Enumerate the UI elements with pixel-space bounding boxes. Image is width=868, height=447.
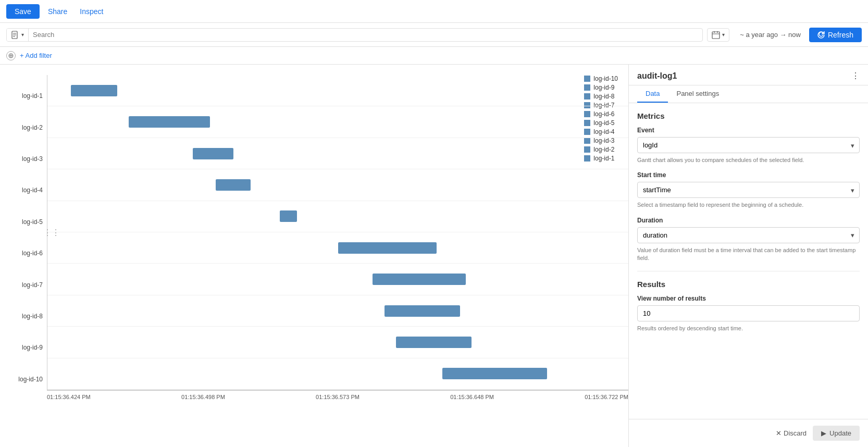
gantt-x-label: 01:15:36.498 PM (181, 394, 225, 400)
duration-select-wrap: duration (637, 227, 860, 243)
view-number-label: View number of results (637, 295, 860, 302)
gantt-row-label: log-id-6 (4, 240, 43, 267)
svg-rect-4 (712, 32, 720, 39)
panel-menu-icon[interactable]: ⋮ (851, 71, 860, 81)
gantt-row (47, 358, 628, 390)
play-icon: ▶ (821, 429, 826, 437)
search-bar: ▾ ▾ ~ a year ago → now Refresh (0, 23, 868, 47)
panel-body: Metrics Event logId Gantt chart allows y… (629, 103, 868, 419)
duration-label: Duration (637, 217, 860, 224)
gantt-x-label: 01:15:36.424 PM (47, 394, 91, 400)
gantt-bar[interactable] (280, 210, 297, 222)
event-hint: Gantt chart allows you to compare schedu… (637, 156, 860, 164)
section-divider (637, 271, 860, 271)
gantt-row (47, 201, 628, 232)
search-main: ▾ (6, 28, 703, 42)
gantt-body: ⋮⋮ (47, 75, 628, 390)
panel-header: audit-log1 ⋮ (629, 65, 868, 85)
gantt-row-label: log-id-5 (4, 208, 43, 235)
time-range-selector[interactable]: ▾ (707, 28, 729, 42)
event-select[interactable]: logId (637, 137, 860, 153)
gantt-row-label: log-id-7 (4, 271, 43, 299)
search-input[interactable] (33, 31, 698, 39)
start-time-hint: Select a timestamp field to represent th… (637, 201, 860, 209)
results-section: Results View number of results Results o… (637, 280, 860, 332)
start-time-label: Start time (637, 171, 860, 179)
gantt-row-label: log-id-4 (4, 177, 43, 204)
gantt-chart: log-id-1log-id-2log-id-3log-id-4log-id-5… (0, 75, 628, 400)
gantt-row-label: log-id-1 (4, 82, 43, 109)
gantt-row (47, 106, 628, 138)
gantt-bar[interactable] (193, 148, 233, 159)
gantt-x-label: 01:15:36.648 PM (450, 394, 494, 400)
gantt-container: log-id-10log-id-9log-id-8log-id-7log-id-… (0, 65, 628, 447)
gantt-bar[interactable] (442, 368, 547, 379)
event-select-wrap: logId (637, 137, 860, 153)
tab-data[interactable]: Data (637, 85, 668, 103)
gantt-bar[interactable] (129, 116, 210, 128)
inspect-button[interactable]: Inspect (76, 5, 107, 18)
gantt-row-label: log-id-9 (4, 334, 43, 361)
event-label: Event (637, 127, 860, 134)
top-toolbar: Save Share Inspect (0, 0, 868, 23)
main-content: log-id-10log-id-9log-id-8log-id-7log-id-… (0, 65, 868, 447)
update-label: Update (829, 429, 851, 437)
right-panel: audit-log1 ⋮ Data Panel settings Metrics… (628, 65, 868, 447)
metrics-title: Metrics (637, 111, 860, 120)
share-button[interactable]: Share (44, 5, 71, 18)
gantt-labels: log-id-1log-id-2log-id-3log-id-4log-id-5… (0, 75, 47, 400)
gantt-row-label: log-id-8 (4, 303, 43, 330)
gantt-row (47, 232, 628, 264)
add-filter-button[interactable]: + Add filter (20, 52, 52, 59)
start-time-select[interactable]: startTime (637, 182, 860, 198)
chevron-down-icon: ▾ (722, 32, 725, 38)
duration-hint: Value of duration field must be a time i… (637, 246, 860, 263)
gantt-row (47, 327, 628, 358)
gantt-bar[interactable] (338, 242, 437, 254)
filter-icon (6, 51, 16, 60)
refresh-label: Refresh (828, 31, 853, 39)
gantt-row (47, 264, 628, 295)
x-icon: ✕ (776, 429, 782, 437)
tab-panel-settings[interactable]: Panel settings (668, 85, 727, 103)
gantt-row (47, 138, 628, 169)
panel-footer: ✕ Discard ▶ Update (629, 419, 868, 447)
gantt-row (47, 75, 628, 106)
discard-button[interactable]: ✕ Discard (776, 429, 807, 437)
refresh-button[interactable]: Refresh (809, 28, 862, 42)
save-button[interactable]: Save (6, 4, 40, 19)
gantt-x-axis: 01:15:36.424 PM01:15:36.498 PM01:15:36.5… (47, 390, 628, 400)
gantt-row (47, 169, 628, 201)
gantt-bar[interactable] (216, 179, 251, 191)
update-button[interactable]: ▶ Update (813, 426, 860, 441)
gantt-row-label: log-id-3 (4, 145, 43, 172)
ordered-hint: Results ordered by descending start time… (637, 325, 860, 332)
duration-select[interactable]: duration (637, 227, 860, 243)
doc-selector[interactable]: ▾ (7, 29, 29, 41)
time-range-text: ~ a year ago → now (740, 31, 801, 39)
gantt-row-label: log-id-10 (4, 366, 43, 393)
chevron-down-icon: ▾ (21, 32, 24, 38)
metrics-section: Metrics Event logId Gantt chart allows y… (637, 111, 860, 263)
time-range-display: ~ a year ago → now (740, 31, 801, 39)
gantt-bar[interactable] (385, 305, 460, 317)
view-number-input[interactable] (637, 305, 860, 321)
gantt-row (47, 295, 628, 327)
refresh-icon (817, 31, 825, 39)
calendar-icon (712, 31, 720, 39)
panel-title: audit-log1 (637, 71, 677, 81)
panel-tabs: Data Panel settings (629, 85, 868, 103)
discard-label: Discard (784, 429, 807, 437)
gantt-x-label: 01:15:36.722 PM (585, 394, 628, 400)
start-time-select-wrap: startTime (637, 182, 860, 198)
results-title: Results (637, 280, 860, 289)
filter-bar: + Add filter (0, 47, 868, 65)
gantt-bar[interactable] (71, 85, 117, 96)
document-icon (11, 31, 19, 39)
gantt-x-label: 01:15:36.573 PM (316, 394, 359, 400)
gantt-bar[interactable] (396, 337, 472, 348)
chart-area: log-id-10log-id-9log-id-8log-id-7log-id-… (0, 65, 628, 447)
gantt-bar[interactable] (373, 274, 465, 285)
gantt-row-label: log-id-2 (4, 114, 43, 141)
